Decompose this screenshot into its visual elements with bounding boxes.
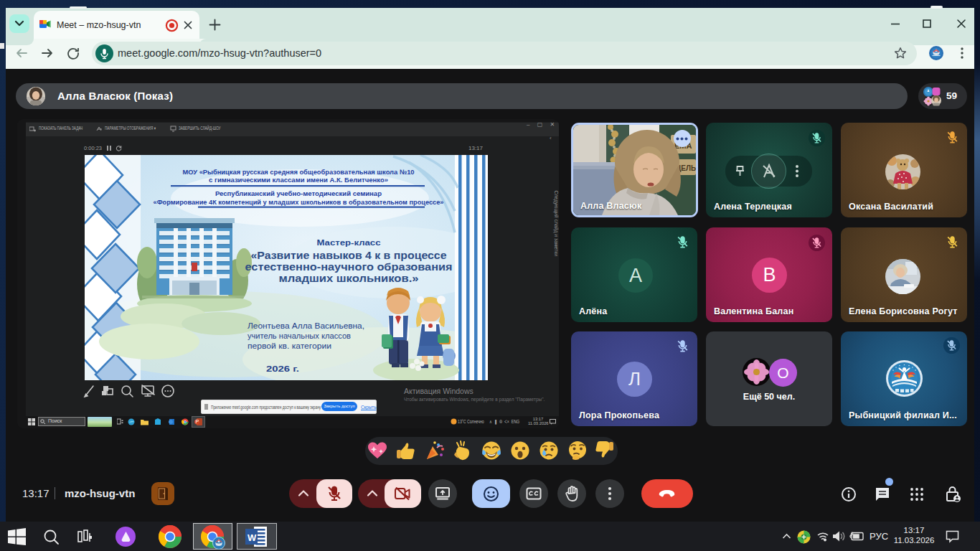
svg-text:«Развитие навыков 4 к в процес: «Развитие навыков 4 к в процессе	[251, 250, 447, 261]
svg-text:W: W	[248, 532, 257, 543]
svg-text:первой кв. категории: первой кв. категории	[248, 342, 331, 350]
svg-text:младших школьников.»: младших школьников.»	[279, 273, 419, 284]
svg-text:с гимназическими классами имен: с гимназическими классами имени А.К. Бел…	[209, 176, 388, 184]
svg-text:P: P	[196, 419, 199, 424]
svg-text:«Формирование 4К компетенций у: «Формирование 4К компетенций у младших ш…	[154, 199, 444, 206]
svg-text:МОУ «Рыбницкая русская средняя: МОУ «Рыбницкая русская средняя общеобраз…	[183, 169, 415, 176]
svg-text:Леонтьева Алла Васильевна,: Леонтьева Алла Васильевна,	[248, 322, 364, 330]
svg-text:учитель начальных классов: учитель начальных классов	[248, 332, 352, 340]
svg-text:естественно-научного образован: естественно-научного образования	[245, 262, 453, 273]
svg-text:2026 г.: 2026 г.	[266, 364, 299, 373]
svg-text:Мастер-класс: Мастер-класс	[317, 238, 382, 247]
svg-text:Республиканский учебно-методич: Республиканский учебно-методический семи…	[215, 190, 382, 197]
